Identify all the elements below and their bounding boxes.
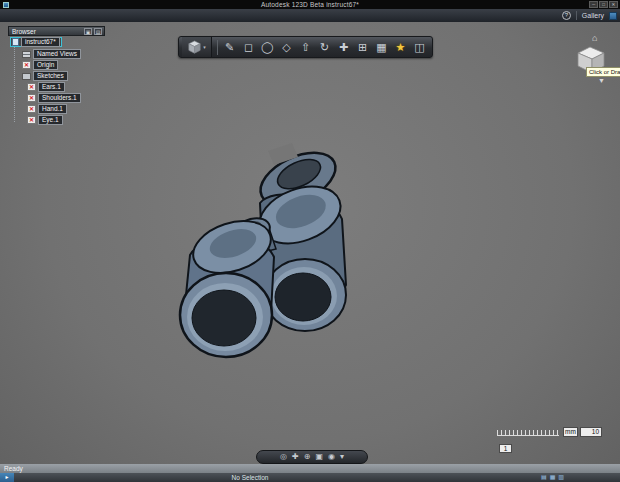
look-at-button[interactable]: ◉ <box>328 452 335 462</box>
divider <box>576 11 577 20</box>
app-window: Autodesk 123D Beta instruct67* ─ □ ✕ ? G… <box>0 0 620 482</box>
viewcube-chevron-icon[interactable]: ▼ <box>598 77 605 84</box>
menu-strip: ? Gallery <box>0 9 620 22</box>
nav-more-button[interactable]: ▾ <box>340 452 344 462</box>
tool-revolve-button[interactable]: ↻ <box>315 37 334 57</box>
cube-icon <box>187 40 202 55</box>
tree-item-ears[interactable]: ✕ Ears.1 <box>27 82 65 92</box>
tool-primitive-box-button[interactable]: ◻ <box>239 37 258 57</box>
browser-collapse-button[interactable]: ▣ <box>84 28 92 35</box>
scale-value-field[interactable]: 10 <box>580 427 602 437</box>
named-views-icon <box>22 51 31 58</box>
tree-guide-line <box>14 44 15 122</box>
zoom-button[interactable]: ⊕ <box>304 452 311 462</box>
pan-button[interactable]: ✚ <box>292 452 299 462</box>
snap-toggle-icon[interactable]: ▤ <box>541 474 547 481</box>
maximize-button[interactable]: □ <box>599 1 608 8</box>
selection-status: No Selection <box>0 474 500 481</box>
help-button[interactable]: ? <box>562 11 571 20</box>
app-menu-button[interactable]: ▾ <box>182 37 212 57</box>
units-toggle-icon[interactable]: ▥ <box>558 474 564 481</box>
gallery-link[interactable]: Gallery <box>582 12 604 19</box>
tree-item-label: Sketches <box>33 71 68 81</box>
expand-tray-button[interactable]: ▸ <box>0 473 14 482</box>
tree-item-label: Eye.1 <box>38 115 63 125</box>
hidden-icon: ✕ <box>27 116 36 124</box>
scale-slider[interactable] <box>497 430 559 436</box>
tree-item-sketches[interactable]: Sketches <box>22 71 68 81</box>
tool-move-button[interactable]: ✚ <box>334 37 353 57</box>
hidden-icon: ✕ <box>27 83 36 91</box>
chevron-down-icon: ▾ <box>203 44 206 50</box>
status-bar-upper: Ready <box>0 464 620 473</box>
main-toolbar: ▾ ✎ ◻ ◯ ◇ ⇧ ↻ ✚ ⊞ ▦ ★ ◫ <box>178 36 433 58</box>
tree-item-hand[interactable]: ✕ Hand.1 <box>27 104 67 114</box>
tree-item-label: Hand.1 <box>38 104 67 114</box>
tree-item-label: instruct67* <box>21 37 60 47</box>
tool-primitive-sphere-button[interactable]: ◯ <box>258 37 277 57</box>
tool-favorites-button[interactable]: ★ <box>391 37 410 57</box>
tool-combine-button[interactable]: ▦ <box>372 37 391 57</box>
title-bar: Autodesk 123D Beta instruct67* ─ □ ✕ <box>0 0 620 9</box>
viewcube-tooltip: Click or Drag <box>586 67 620 77</box>
tree-item-origin[interactable]: ✕ Origin <box>22 60 58 70</box>
orbit-button[interactable]: ◎ <box>280 452 287 462</box>
viewport-3d[interactable] <box>0 22 620 464</box>
navigation-bar: ◎ ✚ ⊕ ▣ ◉ ▾ <box>256 450 368 464</box>
model-3d[interactable] <box>150 137 390 387</box>
tool-pattern-button[interactable]: ⊞ <box>353 37 372 57</box>
browser-title: Browser <box>9 28 84 35</box>
tool-materials-button[interactable]: ◫ <box>410 37 429 57</box>
status-bar-lower: No Selection ▤ ▦ ▥ <box>0 473 620 482</box>
tool-primitive-cone-button[interactable]: ◇ <box>277 37 296 57</box>
tree-item-shoulders[interactable]: ✕ Shoulders.1 <box>27 93 81 103</box>
tree-item-label: Shoulders.1 <box>38 93 81 103</box>
tool-sketch-button[interactable]: ✎ <box>220 37 239 57</box>
browser-panel-header: Browser ▣ ▤ <box>8 26 105 36</box>
ready-status: Ready <box>4 465 23 472</box>
divider <box>217 40 218 55</box>
hidden-icon: ✕ <box>22 61 31 69</box>
minimize-button[interactable]: ─ <box>589 1 598 8</box>
home-view-button[interactable]: ⌂ <box>592 33 597 43</box>
window-title: Autodesk 123D Beta instruct67* <box>0 1 620 8</box>
tool-extrude-button[interactable]: ⇧ <box>296 37 315 57</box>
tree-item-root[interactable]: instruct67* <box>10 37 62 47</box>
tree-item-named-views[interactable]: Named Views <box>22 49 81 59</box>
tree-item-label: Ears.1 <box>38 82 65 92</box>
tree-item-label: Origin <box>33 60 58 70</box>
close-button[interactable]: ✕ <box>609 1 618 8</box>
units-label: mm <box>563 427 578 437</box>
sketches-icon <box>22 73 31 80</box>
scale-multiplier-field[interactable]: 1 <box>499 444 512 453</box>
tree-item-eye[interactable]: ✕ Eye.1 <box>27 115 63 125</box>
account-icon[interactable] <box>609 12 617 20</box>
browser-options-button[interactable]: ▤ <box>94 28 102 35</box>
tree-item-label: Named Views <box>33 49 81 59</box>
hidden-icon: ✕ <box>27 105 36 113</box>
hidden-icon: ✕ <box>27 94 36 102</box>
grid-toggle-icon[interactable]: ▦ <box>550 474 556 481</box>
fit-view-button[interactable]: ▣ <box>315 452 323 462</box>
document-icon <box>12 38 19 46</box>
